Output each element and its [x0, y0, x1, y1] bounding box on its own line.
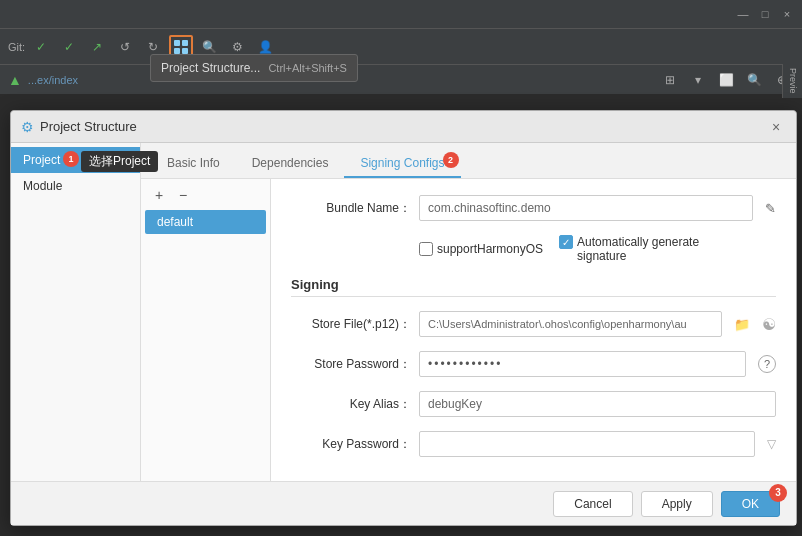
ok-button[interactable]: OK 3	[721, 491, 780, 517]
dialog-title-icon: ⚙	[21, 119, 34, 135]
git-label: Git:	[8, 41, 25, 53]
git-checkmark-icon[interactable]: ✓	[29, 35, 53, 59]
store-password-input[interactable]	[419, 351, 746, 377]
signing-section-heading: Signing	[291, 277, 776, 297]
tabs-bar: Basic Info Dependencies Signing Configs …	[141, 143, 796, 179]
module-toolbar: + −	[141, 185, 270, 209]
navbar-icons: ⊞ ▾ ⬜ 🔍 ⊕	[658, 68, 794, 92]
dialog-content: Basic Info Dependencies Signing Configs …	[141, 143, 796, 481]
auto-generate-checkbox-item: ✓ Automatically generate signature	[559, 235, 699, 263]
content-split: + − default Bundle Name： ✎	[141, 179, 796, 481]
checkbox-row: supportHarmonyOS ✓ Automatically generat…	[291, 235, 776, 263]
add-module-button[interactable]: +	[149, 185, 169, 205]
project-structure-tooltip: Project Structure... Ctrl+Alt+Shift+S	[150, 54, 358, 82]
key-password-collapse-icon[interactable]: ▽	[767, 437, 776, 451]
dialog-close-button[interactable]: ×	[766, 117, 786, 137]
store-file-input[interactable]	[419, 311, 722, 337]
project-tooltip: 选择Project	[81, 151, 158, 172]
cancel-button[interactable]: Cancel	[553, 491, 632, 517]
svg-rect-2	[174, 48, 180, 54]
signing-configs-badge: 2	[443, 152, 459, 168]
settings-panel: Bundle Name： ✎ supportHarmonyOS	[271, 179, 796, 481]
dialog-title-area: ⚙ Project Structure	[21, 119, 137, 135]
store-password-label: Store Password：	[291, 356, 411, 373]
support-harmony-checkbox[interactable]	[419, 242, 433, 256]
ide-navbar: ▲ ...ex/index ⊞ ▾ ⬜ 🔍 ⊕	[0, 64, 802, 94]
zoom-out-icon[interactable]: 🔍	[742, 68, 766, 92]
dialog-sidebar: Project 1 选择Project Module	[11, 143, 141, 481]
svg-rect-3	[182, 48, 188, 54]
browse-folder-icon[interactable]: 📁	[734, 317, 750, 332]
bundle-name-row: Bundle Name： ✎	[291, 195, 776, 221]
harmony-icon: ▲	[8, 72, 22, 88]
dialog-title-text: Project Structure	[40, 119, 137, 134]
store-file-row: Store File(*.p12)： 📁 ☯	[291, 311, 776, 337]
bundle-name-label: Bundle Name：	[291, 200, 411, 217]
key-password-row: Key Password： ▽	[291, 431, 776, 457]
auto-generate-label: Automatically generate	[577, 235, 699, 249]
project-badge: 1	[63, 151, 79, 167]
minimize-button[interactable]: —	[736, 7, 750, 21]
nav-path: ...ex/index	[28, 74, 78, 86]
dialog-footer: Cancel Apply OK 3	[11, 481, 796, 525]
remove-module-button[interactable]: −	[173, 185, 193, 205]
ok-badge: 3	[769, 484, 787, 502]
bundle-name-input[interactable]	[419, 195, 753, 221]
preview-strip: Previe	[782, 64, 802, 98]
auto-generate-label2: signature	[577, 249, 626, 263]
tab-signing-configs[interactable]: Signing Configs 2	[344, 150, 460, 178]
sidebar-item-module[interactable]: Module	[11, 173, 140, 199]
git-undo-icon[interactable]: ↺	[113, 35, 137, 59]
support-harmony-label: supportHarmonyOS	[437, 242, 543, 256]
key-alias-row: Key Alias：	[291, 391, 776, 417]
ide-toolbar: Git: ✓ ✓ ↗ ↺ ↻ 🔍 ⚙ 👤	[0, 28, 802, 64]
dialog-body: Project 1 选择Project Module Basic Info De…	[11, 143, 796, 481]
fingerprint-icon[interactable]: ☯	[762, 315, 776, 334]
key-alias-label: Key Alias：	[291, 396, 411, 413]
apply-button[interactable]: Apply	[641, 491, 713, 517]
nav-dropdown-icon[interactable]: ▾	[686, 68, 710, 92]
git-arrow-icon[interactable]: ↗	[85, 35, 109, 59]
module-item-default[interactable]: default	[145, 210, 266, 234]
maximize-button[interactable]: □	[758, 7, 772, 21]
support-harmony-checkbox-item: supportHarmonyOS	[419, 242, 543, 256]
tab-basic-info[interactable]: Basic Info	[151, 150, 236, 178]
grid-view-icon[interactable]: ⊞	[658, 68, 682, 92]
git-check2-icon[interactable]: ✓	[57, 35, 81, 59]
preview-toggle-icon[interactable]: ⬜	[714, 68, 738, 92]
close-button[interactable]: ×	[780, 7, 794, 21]
sidebar-item-project[interactable]: Project 1 选择Project	[11, 147, 140, 173]
svg-rect-1	[182, 40, 188, 46]
key-password-label: Key Password：	[291, 436, 411, 453]
ide-titlebar: — □ ×	[0, 0, 802, 28]
dialog-titlebar: ⚙ Project Structure ×	[11, 111, 796, 143]
store-file-label: Store File(*.p12)：	[291, 316, 411, 333]
auto-generate-checkbox[interactable]: ✓	[559, 235, 573, 249]
project-structure-dialog: ⚙ Project Structure × Project 1 选择Projec…	[10, 110, 797, 526]
key-password-input[interactable]	[419, 431, 755, 457]
module-panel: + − default	[141, 179, 271, 481]
tab-dependencies[interactable]: Dependencies	[236, 150, 345, 178]
svg-rect-0	[174, 40, 180, 46]
edit-bundle-name-icon[interactable]: ✎	[765, 201, 776, 216]
store-password-help-icon[interactable]: ?	[758, 355, 776, 373]
key-alias-input[interactable]	[419, 391, 776, 417]
store-password-row: Store Password： ?	[291, 351, 776, 377]
